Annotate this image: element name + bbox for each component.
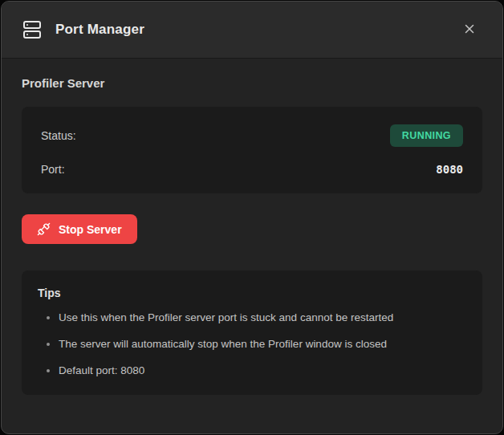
server-icon — [22, 19, 43, 40]
stop-server-label: Stop Server — [59, 223, 122, 236]
stop-server-button[interactable]: Stop Server — [22, 214, 137, 244]
tip-item: Default port: 8080 — [59, 364, 466, 376]
tips-panel: Tips Use this when the Profiler server p… — [22, 270, 482, 395]
section-title: Profiler Server — [22, 76, 482, 90]
close-icon — [462, 22, 477, 39]
status-panel: Status: RUNNING Port: 8080 — [22, 107, 482, 193]
close-button[interactable] — [456, 16, 483, 43]
dialog-header: Port Manager — [2, 2, 502, 59]
port-row: Port: 8080 — [41, 163, 463, 176]
port-label: Port: — [41, 163, 65, 176]
tips-list: Use this when the Profiler server port i… — [38, 311, 466, 376]
status-badge: RUNNING — [390, 124, 463, 147]
dialog-body: Profiler Server Status: RUNNING Port: 80… — [2, 59, 502, 433]
unplug-icon — [37, 222, 51, 236]
port-manager-dialog: Port Manager Profiler Server Status: RUN… — [1, 1, 503, 434]
dialog-title: Port Manager — [55, 22, 144, 38]
tip-item: The server will automatically stop when … — [59, 338, 466, 350]
tip-item: Use this when the Profiler server port i… — [59, 311, 466, 323]
status-row: Status: RUNNING — [41, 124, 463, 147]
tips-title: Tips — [38, 287, 466, 299]
port-value: 8080 — [436, 163, 463, 176]
status-label: Status: — [41, 129, 76, 142]
